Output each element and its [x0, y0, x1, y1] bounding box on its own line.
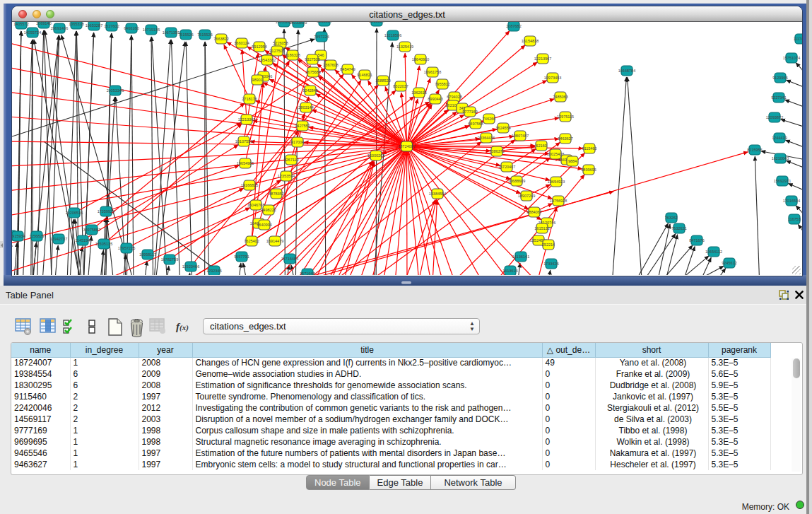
- svg-text:17957225: 17957225: [118, 246, 135, 250]
- svg-text:18907249: 18907249: [518, 194, 535, 198]
- svg-text:746266: 746266: [483, 117, 495, 121]
- svg-text:16914479: 16914479: [266, 239, 283, 243]
- svg-text:20206516: 20206516: [66, 211, 83, 215]
- svg-text:20364436: 20364436: [478, 136, 495, 140]
- svg-text:3660124: 3660124: [234, 41, 249, 45]
- svg-text:1065328: 1065328: [69, 22, 83, 26]
- svg-text:10543382: 10543382: [259, 58, 276, 62]
- svg-text:6794028: 6794028: [447, 95, 461, 99]
- svg-text:16033809: 16033809: [290, 22, 307, 25]
- svg-text:917004: 917004: [291, 140, 304, 144]
- svg-text:8813054: 8813054: [369, 22, 384, 23]
- svg-text:2087682: 2087682: [506, 24, 521, 28]
- svg-text:10671355: 10671355: [163, 30, 180, 35]
- svg-text:16782759: 16782759: [161, 257, 178, 262]
- svg-text:12505135: 12505135: [95, 242, 112, 246]
- svg-text:20053346: 20053346: [107, 88, 124, 93]
- svg-text:8322037: 8322037: [393, 84, 408, 88]
- svg-text:10107553: 10107553: [235, 139, 252, 144]
- svg-text:3915934: 3915934: [12, 234, 25, 238]
- svg-text:7386372: 7386372: [489, 149, 504, 153]
- svg-text:2069140: 2069140: [36, 22, 51, 25]
- svg-text:19384554: 19384554: [429, 192, 446, 196]
- svg-text:1640994: 1640994: [257, 223, 271, 227]
- svg-text:20691406: 20691406: [51, 26, 68, 30]
- svg-text:10719135: 10719135: [143, 28, 160, 32]
- svg-text:3624554: 3624554: [495, 126, 510, 130]
- svg-text:9146821: 9146821: [357, 73, 372, 77]
- svg-text:7515526: 7515526: [197, 33, 212, 37]
- svg-text:18724007: 18724007: [398, 144, 415, 148]
- svg-text:6466160: 6466160: [124, 26, 139, 30]
- svg-text:15720407: 15720407: [498, 165, 515, 169]
- svg-text:7357224: 7357224: [314, 35, 329, 39]
- svg-text:7515526: 7515526: [178, 33, 193, 37]
- svg-text:9327505: 9327505: [305, 57, 319, 62]
- svg-text:6497568: 6497568: [468, 122, 483, 126]
- svg-text:9242845: 9242845: [302, 88, 317, 93]
- svg-text:9127505: 9127505: [269, 49, 284, 53]
- svg-text:16648784: 16648784: [618, 69, 635, 73]
- svg-text:1292346: 1292346: [206, 269, 221, 273]
- svg-text:8186328: 8186328: [285, 53, 300, 57]
- svg-text:12353594: 12353594: [278, 174, 295, 178]
- svg-text:62160: 62160: [536, 144, 546, 148]
- svg-text:12975115: 12975115: [557, 115, 574, 119]
- svg-text:116753: 116753: [788, 217, 801, 221]
- svg-text:9498222: 9498222: [261, 208, 276, 212]
- svg-text:7632621: 7632621: [671, 226, 686, 230]
- svg-text:9777169: 9777169: [462, 110, 477, 114]
- svg-text:1145194: 1145194: [75, 238, 90, 243]
- svg-text:5912954: 5912954: [252, 45, 266, 49]
- svg-text:1413614: 1413614: [502, 269, 517, 273]
- svg-text:7625402: 7625402: [244, 239, 259, 243]
- svg-text:7485063: 7485063: [553, 95, 567, 99]
- svg-text:2367608: 2367608: [323, 63, 338, 67]
- svg-text:8878352: 8878352: [269, 192, 283, 196]
- svg-text:1117433: 1117433: [794, 37, 802, 41]
- svg-text:16210643: 16210643: [772, 156, 789, 160]
- svg-text:19654923: 19654923: [548, 180, 565, 184]
- svg-text:9463627: 9463627: [558, 136, 572, 141]
- svg-text:12923466: 12923466: [182, 264, 199, 269]
- svg-text:7955812: 7955812: [435, 82, 449, 86]
- svg-text:1615132: 1615132: [534, 226, 549, 230]
- svg-text:15692971: 15692971: [774, 179, 791, 183]
- svg-text:8990443: 8990443: [428, 97, 442, 101]
- svg-text:8215955: 8215955: [747, 148, 762, 152]
- svg-text:16046768: 16046768: [247, 203, 264, 207]
- svg-text:763262: 763262: [665, 216, 678, 220]
- svg-text:1405572: 1405572: [13, 22, 28, 26]
- svg-text:12213967: 12213967: [534, 57, 551, 61]
- svg-text:98901: 98901: [252, 78, 262, 82]
- svg-text:19166825: 19166825: [241, 183, 258, 187]
- svg-text:1156829: 1156829: [29, 234, 44, 238]
- svg-text:9427552: 9427552: [295, 124, 310, 128]
- svg-text:13218506: 13218506: [384, 33, 401, 37]
- svg-text:15751074: 15751074: [783, 56, 800, 60]
- svg-text:10654112: 10654112: [705, 250, 722, 254]
- svg-text:7663822: 7663822: [213, 37, 228, 41]
- svg-text:9657791: 9657791: [234, 255, 249, 259]
- svg-text:1733426: 1733426: [543, 262, 558, 266]
- svg-text:17359924: 17359924: [98, 209, 114, 214]
- svg-text:11325419: 11325419: [396, 45, 413, 49]
- svg-text:15300203: 15300203: [367, 153, 384, 158]
- svg-text:2718176: 2718176: [242, 97, 257, 101]
- svg-text:19756928: 19756928: [550, 199, 567, 203]
- svg-text:16154838: 16154838: [522, 39, 539, 43]
- svg-text:10973493: 10973493: [544, 76, 561, 80]
- svg-text:9884067: 9884067: [526, 210, 541, 214]
- svg-text:12213369: 12213369: [238, 117, 255, 122]
- svg-text:9884: 9884: [568, 159, 577, 163]
- svg-text:12093872: 12093872: [766, 115, 783, 119]
- svg-text:3675685: 3675685: [305, 70, 320, 74]
- svg-text:9245612: 9245612: [722, 261, 736, 265]
- svg-text:9115460: 9115460: [582, 146, 596, 151]
- svg-text:1362615: 1362615: [411, 90, 426, 95]
- svg-text:16961758: 16961758: [424, 70, 441, 74]
- svg-text:12942737: 12942737: [50, 237, 67, 241]
- svg-text:18640910: 18640910: [412, 57, 429, 62]
- svg-text:1244419: 1244419: [772, 136, 787, 140]
- svg-text:9899695: 9899695: [581, 168, 596, 172]
